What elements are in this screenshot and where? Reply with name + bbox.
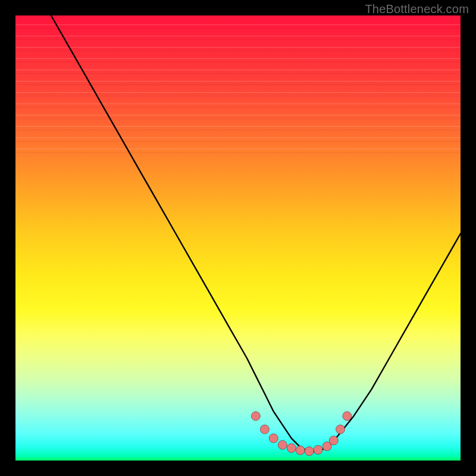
curve-marker: [278, 440, 287, 449]
curve-marker: [305, 447, 314, 456]
curve-marker: [251, 412, 260, 421]
curve-marker: [269, 434, 278, 443]
bottleneck-curve: [51, 15, 461, 452]
chart-frame: TheBottleneck.com: [0, 0, 476, 476]
attribution-text: TheBottleneck.com: [365, 2, 469, 16]
curve-marker: [287, 444, 296, 453]
curve-markers: [251, 412, 351, 456]
curve-marker: [314, 446, 322, 455]
curve-marker: [329, 436, 338, 445]
curve-marker: [343, 412, 352, 421]
curve-marker: [336, 425, 345, 434]
curve-marker: [260, 425, 269, 434]
curve-marker: [296, 446, 305, 455]
chart-svg: [15, 15, 461, 461]
plot-area: [15, 15, 461, 461]
